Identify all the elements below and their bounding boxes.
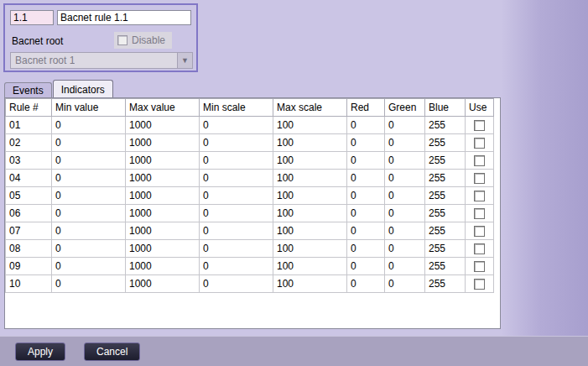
value-cell[interactable]: 0 <box>52 222 126 240</box>
value-cell[interactable]: 0 <box>200 152 273 170</box>
value-cell[interactable]: 255 <box>425 152 466 170</box>
column-header-use: Use <box>466 99 494 117</box>
value-cell[interactable]: 255 <box>425 187 466 205</box>
use-checkbox[interactable] <box>474 243 485 254</box>
value-cell[interactable]: 1000 <box>126 258 200 275</box>
value-cell[interactable]: 0 <box>347 117 385 134</box>
value-cell[interactable]: 0 <box>200 170 273 187</box>
value-cell[interactable]: 100 <box>273 275 347 293</box>
value-cell[interactable]: 255 <box>425 222 466 240</box>
use-checkbox[interactable] <box>474 155 485 166</box>
value-cell[interactable]: 0 <box>385 152 425 170</box>
value-cell[interactable]: 0 <box>200 134 273 152</box>
value-cell[interactable]: 0 <box>347 134 385 152</box>
use-cell <box>466 275 494 293</box>
value-cell[interactable]: 255 <box>425 240 466 258</box>
chevron-down-icon[interactable]: ▼ <box>177 53 192 68</box>
value-cell[interactable]: 100 <box>273 240 347 258</box>
value-cell[interactable]: 255 <box>425 134 466 152</box>
value-cell[interactable]: 0 <box>385 240 425 258</box>
value-cell[interactable]: 0 <box>52 170 126 187</box>
use-cell <box>466 258 494 275</box>
rule-id-field[interactable] <box>10 10 54 25</box>
value-cell[interactable]: 255 <box>425 258 466 275</box>
value-cell[interactable]: 0 <box>200 240 273 258</box>
value-cell[interactable]: 0 <box>200 117 273 134</box>
value-cell[interactable]: 255 <box>425 117 466 134</box>
cancel-button[interactable]: Cancel <box>84 342 140 361</box>
use-checkbox[interactable] <box>474 208 485 219</box>
value-cell[interactable]: 0 <box>347 275 385 293</box>
value-cell[interactable]: 0 <box>52 275 126 293</box>
use-checkbox[interactable] <box>474 261 485 272</box>
value-cell[interactable]: 0 <box>385 187 425 205</box>
value-cell[interactable]: 0 <box>200 205 273 222</box>
value-cell[interactable]: 0 <box>52 187 126 205</box>
value-cell[interactable]: 1000 <box>126 240 200 258</box>
value-cell[interactable]: 0 <box>347 222 385 240</box>
value-cell[interactable]: 100 <box>273 205 347 222</box>
bacnet-root-dropdown[interactable]: Bacnet root 1 ▼ <box>10 52 193 69</box>
value-cell[interactable]: 0 <box>52 152 126 170</box>
value-cell[interactable]: 0 <box>52 134 126 152</box>
footer-bar: Apply Cancel <box>0 336 588 366</box>
value-cell[interactable]: 0 <box>52 258 126 275</box>
use-cell <box>466 240 494 258</box>
value-cell[interactable]: 0 <box>347 187 385 205</box>
value-cell[interactable]: 0 <box>52 205 126 222</box>
rule-number-cell: 04 <box>6 170 52 187</box>
value-cell[interactable]: 0 <box>200 187 273 205</box>
value-cell[interactable]: 0 <box>385 134 425 152</box>
value-cell[interactable]: 1000 <box>126 152 200 170</box>
tab-events[interactable]: Events <box>4 82 52 97</box>
disable-checkbox-group[interactable]: Disable <box>114 32 172 49</box>
value-cell[interactable]: 0 <box>347 258 385 275</box>
value-cell[interactable]: 1000 <box>126 117 200 134</box>
value-cell[interactable]: 1000 <box>126 222 200 240</box>
value-cell[interactable]: 100 <box>273 187 347 205</box>
value-cell[interactable]: 255 <box>425 205 466 222</box>
use-checkbox[interactable] <box>474 226 485 237</box>
rule-name-field[interactable] <box>57 10 191 25</box>
disable-checkbox[interactable] <box>117 35 127 45</box>
value-cell[interactable]: 255 <box>425 170 466 187</box>
value-cell[interactable]: 0 <box>385 275 425 293</box>
value-cell[interactable]: 0 <box>385 205 425 222</box>
value-cell[interactable]: 1000 <box>126 170 200 187</box>
value-cell[interactable]: 0 <box>200 258 273 275</box>
use-checkbox[interactable] <box>474 279 485 290</box>
column-header-max-value: Max value <box>126 99 200 117</box>
column-header-min-value: Min value <box>52 99 126 117</box>
value-cell[interactable]: 100 <box>273 222 347 240</box>
value-cell[interactable]: 255 <box>425 275 466 293</box>
value-cell[interactable]: 0 <box>347 205 385 222</box>
tab-indicators[interactable]: Indicators <box>53 80 113 97</box>
value-cell[interactable]: 0 <box>200 222 273 240</box>
table-row: 0401000010000255 <box>6 170 494 187</box>
value-cell[interactable]: 100 <box>273 134 347 152</box>
use-checkbox[interactable] <box>474 138 485 149</box>
value-cell[interactable]: 100 <box>273 117 347 134</box>
value-cell[interactable]: 0 <box>347 170 385 187</box>
value-cell[interactable]: 1000 <box>126 275 200 293</box>
value-cell[interactable]: 0 <box>347 152 385 170</box>
use-checkbox[interactable] <box>474 191 485 201</box>
value-cell[interactable]: 0 <box>385 117 425 134</box>
use-cell <box>466 117 494 134</box>
value-cell[interactable]: 100 <box>273 152 347 170</box>
value-cell[interactable]: 1000 <box>126 205 200 222</box>
value-cell[interactable]: 0 <box>52 240 126 258</box>
value-cell[interactable]: 0 <box>385 258 425 275</box>
value-cell[interactable]: 0 <box>385 170 425 187</box>
apply-button[interactable]: Apply <box>15 342 65 361</box>
value-cell[interactable]: 0 <box>347 240 385 258</box>
value-cell[interactable]: 1000 <box>126 134 200 152</box>
value-cell[interactable]: 100 <box>273 258 347 275</box>
value-cell[interactable]: 100 <box>273 170 347 187</box>
value-cell[interactable]: 0 <box>385 222 425 240</box>
use-checkbox[interactable] <box>474 120 485 131</box>
use-checkbox[interactable] <box>474 173 485 184</box>
value-cell[interactable]: 1000 <box>126 187 200 205</box>
value-cell[interactable]: 0 <box>52 117 126 134</box>
value-cell[interactable]: 0 <box>200 275 273 293</box>
